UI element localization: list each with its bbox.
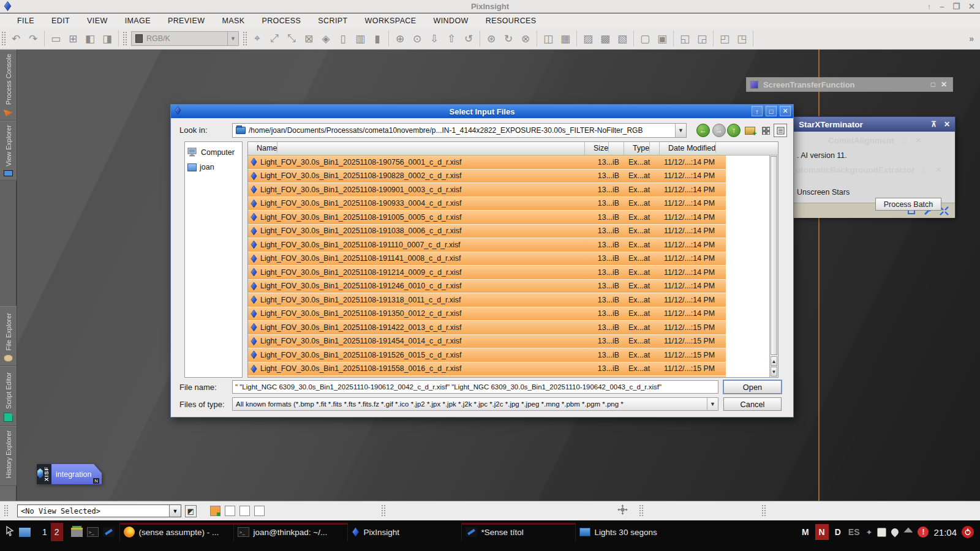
file-row[interactable]: Light_FOV_30.0s_Bin1_20251108-191630_001… [248,376,769,377]
file-row[interactable]: Light_FOV_30.0s_Bin1_20251108-191214_000… [248,266,769,280]
dock-tab-script-editor[interactable]: Script Editor [0,366,17,426]
notification-warning-icon[interactable]: ! [918,527,929,538]
file-row[interactable]: Light_FOV_30.0s_Bin1_20251108-191038_000… [248,225,769,239]
dock-tab-file-explorer[interactable]: File Explorer [0,306,17,366]
mask-show-icon[interactable]: ▦ [558,31,573,46]
files-of-type-dropdown[interactable]: All known formats (*.bmp *.fit *.fits *.… [232,397,718,411]
explore-file-icon[interactable]: ⊙ [410,31,424,46]
tray-indicator-m[interactable]: M [801,524,810,540]
show-desktop-icon[interactable] [19,528,31,537]
menu-file[interactable]: FILE [9,15,43,27]
dialog-titlebar[interactable]: Select Input Files ↑ □ ✕ [171,105,793,118]
statusbar-handle[interactable] [4,504,9,517]
statusbar-handle[interactable] [639,504,644,517]
toolbar-handle[interactable] [123,31,127,46]
file-settings-icon[interactable]: ⊛ [484,31,499,46]
pin-window-icon[interactable]: ⊼ [931,120,937,129]
tray-indicator-es[interactable]: ES [847,524,861,540]
iconized-integration-window[interactable]: XISF integration N [37,464,102,484]
view-selector-dropdown[interactable]: <No View Selected> ▼ [17,504,181,517]
column-date-modified[interactable]: Date Modified [660,142,726,155]
dock-tab-history-explorer[interactable]: History Explorer [0,426,17,486]
tray-indicator-n[interactable]: N [815,524,829,540]
mask-preview-icon[interactable]: ▧ [615,31,630,46]
faded-window-utomaticbackgroundextractor[interactable]: utomaticBackgroundExtractor□✕ [796,165,941,174]
new-folder-button[interactable] [743,124,756,137]
tray-indicator-d[interactable]: D [834,524,842,540]
tray-pin-icon[interactable]: ✦ [866,528,873,537]
shrink-view-icon[interactable]: ⤡ [284,31,299,46]
new-preview-icon[interactable]: ⊞ [66,31,80,46]
paste-image-icon[interactable]: ◨ [100,31,115,46]
statusbar-handle[interactable] [381,504,386,517]
taskbar-app-joan-thinkpad-[interactable]: >_joan@thinkpad: ~/... [233,523,347,541]
clipboard-icon[interactable] [877,528,886,537]
process-batch-button[interactable]: Process Batch [875,198,941,211]
menu-workspace[interactable]: WORKSPACE [356,15,425,27]
file-row[interactable]: Light_FOV_30.0s_Bin1_20251108-191110_000… [248,238,769,252]
file-row[interactable]: Light_FOV_30.0s_Bin1_20251108-190901_000… [248,183,769,197]
channel-selector-arrow-icon[interactable]: ▼ [227,32,238,45]
file-manager-icon[interactable] [71,528,83,537]
upload-file-icon[interactable]: ⇧ [444,31,459,46]
menu-mask[interactable]: MASK [213,15,253,27]
taskbar-app--sense-t-tol[interactable]: *Sense títol [461,523,575,541]
screentransferfunction-window[interactable]: ScreenTransferFunction □ ✕ [746,77,953,92]
mask-enable-icon[interactable]: ▩ [598,31,612,46]
taskbar-app-pixinsight[interactable]: PixInsight [347,523,461,541]
image-window-icon-button[interactable]: ◩ [185,505,197,517]
file-row[interactable]: Light_FOV_30.0s_Bin1_20251108-191526_001… [248,348,769,362]
cancel-button[interactable]: Cancel [723,397,782,411]
forward-button[interactable]: → [712,124,726,137]
unscreen-stars-label[interactable]: Unscreen Stars [797,188,850,197]
file-row[interactable]: Light_FOV_30.0s_Bin1_20251108-191246_001… [248,280,769,294]
fit-view-icon[interactable]: ⊠ [301,31,316,46]
swatch[interactable] [239,506,250,516]
reload-file-icon[interactable]: ↻ [501,31,516,46]
file-row[interactable]: Light_FOV_30.0s_Bin1_20251108-190756_000… [248,156,769,170]
sxt-close-icon[interactable]: ✕ [944,120,950,129]
file-row[interactable]: Light_FOV_30.0s_Bin1_20251108-191422_001… [248,321,769,335]
taskbar-app-lights-30-segons[interactable]: Lights 30 segons [575,523,689,541]
channel-selector-dropdown[interactable]: RGB/K ▼ [131,31,239,46]
starxterminator-titlebar[interactable]: StarXTerminator ⊼ ✕ [794,117,955,132]
undo-icon[interactable]: ↶ [9,31,23,46]
close-window-icon[interactable]: ◰ [717,31,732,46]
add-file-icon[interactable]: ⊕ [393,31,407,46]
track-view-icon[interactable]: ⌖ [250,31,265,46]
dialog-maximize-icon[interactable]: □ [766,106,777,116]
icon-view-button[interactable] [759,124,772,137]
expand-view-icon[interactable]: ⤢ [267,31,282,46]
taskbar-app--sense-assumpte-[interactable]: (sense assumpte) - ... [119,523,233,541]
terminal-launcher-icon[interactable]: >_ [87,527,99,537]
download-file-icon[interactable]: ⇩ [427,31,442,46]
close-all-windows-icon[interactable]: ◳ [734,31,749,46]
menu-window[interactable]: WINDOW [425,15,477,27]
file-list-scrollbar[interactable]: ▲ ▼ [769,156,778,377]
menu-view[interactable]: VIEW [78,15,116,27]
scroll-up-icon[interactable]: ▲ [771,356,777,366]
menu-edit[interactable]: EDIT [43,15,78,27]
back-button[interactable]: ← [696,124,710,137]
menu-process[interactable]: PROCESS [253,15,309,27]
toolbar-handle[interactable] [1,31,6,46]
dialog-shade-icon[interactable]: ↑ [752,106,763,116]
restore-window-icon[interactable]: ❐ [952,2,960,11]
toolbar-handle[interactable] [243,31,247,46]
redo-icon[interactable]: ↷ [26,31,40,46]
place-computer[interactable]: Computer [185,144,242,160]
copy-image-icon[interactable]: ◧ [83,31,97,46]
file-row[interactable]: Light_FOV_30.0s_Bin1_20251108-191005_000… [248,211,769,225]
statusbar-handle[interactable] [761,504,766,517]
menu-resources[interactable]: RESOURCES [477,15,545,27]
files-of-type-arrow-icon[interactable]: ▼ [707,398,718,410]
revert-file-icon[interactable]: ↺ [461,31,476,46]
detail-view-button[interactable] [774,124,787,137]
dock-tab-view-explorer[interactable]: View Explorer [0,121,17,181]
path-dropdown[interactable]: /home/joan/Documents/Processats/cometa10… [232,123,687,138]
view-selector-arrow-icon[interactable]: ▼ [169,505,181,517]
minimize-window-icon[interactable]: – [940,2,944,11]
editor-launcher-icon[interactable] [103,527,115,537]
scrollbar-thumb[interactable] [771,156,777,355]
close-file-icon[interactable]: ⊗ [518,31,533,46]
